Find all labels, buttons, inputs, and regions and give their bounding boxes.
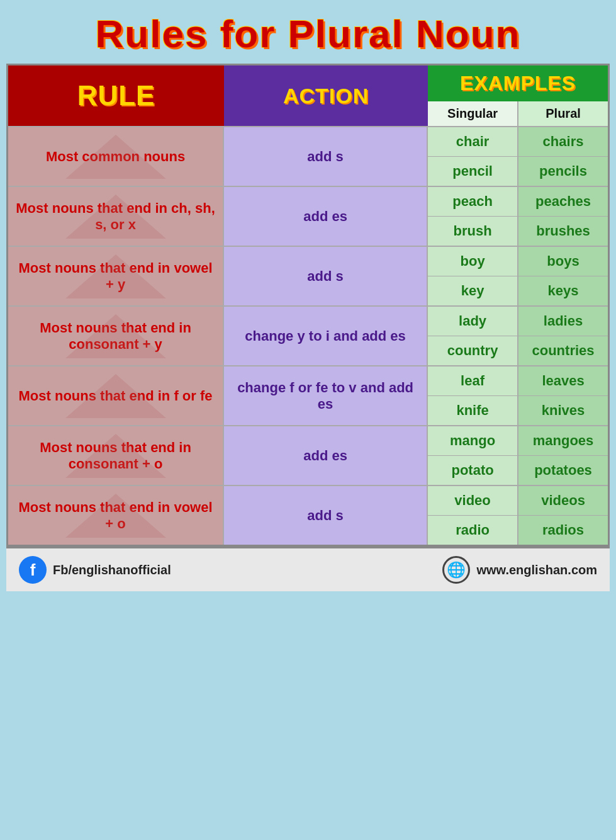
data-row-6: Most nouns that end in vowel + oadd svid…	[8, 485, 608, 545]
plural-0-0: chairs	[518, 127, 608, 156]
page-title: Rules for Plural Noun	[96, 12, 521, 55]
example-pair-0-1: pencilpencils	[428, 156, 608, 186]
rule-text-0: Most common nouns	[46, 149, 185, 165]
rule-text-4: Most nouns that end in f or fe	[19, 388, 213, 404]
data-row-4: Most nouns that end in f or fechange f o…	[8, 365, 608, 425]
action-cell-0: add s	[224, 127, 428, 186]
action-cell-4: change f or fe to v and add es	[224, 366, 428, 425]
data-row-0: Most common nounsadd schairchairspencilp…	[8, 126, 608, 186]
examples-cell-2: boyboyskeykeys	[428, 247, 608, 305]
singular-0-0: chair	[428, 127, 518, 156]
singular-5-0: mango	[428, 426, 518, 455]
rule-cell-1: Most nouns that end in ch, sh, s, or x	[8, 187, 224, 246]
facebook-icon: f	[19, 556, 47, 584]
rule-cell-2: Most nouns that end in vowel + y	[8, 247, 224, 305]
examples-label: EXAMPLES	[460, 72, 576, 94]
example-pair-2-0: boyboys	[428, 247, 608, 276]
example-pair-4-0: leafleaves	[428, 366, 608, 395]
singular-sub-header: Singular	[428, 101, 518, 126]
singular-2-1: key	[428, 276, 518, 305]
rule-text-2: Most nouns that end in vowel + y	[14, 260, 216, 293]
action-text-2: add s	[307, 268, 343, 285]
plural-5-0: mangoes	[518, 426, 608, 455]
data-row-5: Most nouns that end in consonant + oadd …	[8, 425, 608, 485]
singular-3-1: country	[428, 336, 518, 365]
footer-right: 🌐 www.englishan.com	[442, 556, 597, 584]
examples-cell-6: videovideosradioradios	[428, 486, 608, 545]
data-row-3: Most nouns that end in consonant + ychan…	[8, 305, 608, 365]
action-cell-2: add s	[224, 247, 428, 305]
action-cell-1: add es	[224, 187, 428, 246]
plural-2-0: boys	[518, 247, 608, 276]
singular-6-0: video	[428, 486, 518, 515]
plural-4-0: leaves	[518, 366, 608, 395]
example-pair-5-1: potatopotatoes	[428, 455, 608, 485]
action-text-5: add es	[303, 448, 347, 464]
action-text-3: change y to i and add es	[245, 328, 406, 344]
examples-header-cell: EXAMPLES Singular Plural	[428, 65, 608, 126]
rule-text-1: Most nouns that end in ch, sh, s, or x	[14, 200, 216, 233]
rule-cell-0: Most common nouns	[8, 127, 224, 186]
title-bar: Rules for Plural Noun	[0, 0, 616, 64]
examples-cell-5: mangomangoespotatopotatoes	[428, 426, 608, 485]
rule-cell-5: Most nouns that end in consonant + o	[8, 426, 224, 485]
rule-text-3: Most nouns that end in consonant + y	[14, 320, 216, 353]
singular-0-1: pencil	[428, 157, 518, 186]
rule-cell-6: Most nouns that end in vowel + o	[8, 486, 224, 545]
rule-cell-3: Most nouns that end in consonant + y	[8, 307, 224, 365]
rule-header-cell: RULE	[8, 65, 224, 126]
examples-top-label: EXAMPLES	[428, 65, 608, 101]
singular-label: Singular	[447, 106, 498, 121]
example-pair-1-0: peachpeaches	[428, 187, 608, 216]
plural-4-1: knives	[518, 396, 608, 425]
action-header-cell: ACTION	[224, 65, 428, 126]
example-pair-5-0: mangomangoes	[428, 426, 608, 455]
data-row-1: Most nouns that end in ch, sh, s, or xad…	[8, 186, 608, 246]
rule-text-6: Most nouns that end in vowel + o	[14, 499, 216, 532]
footer-left: f Fb/englishanofficial	[19, 556, 171, 584]
singular-4-1: knife	[428, 396, 518, 425]
action-text-6: add s	[307, 508, 343, 524]
action-text-1: add es	[303, 208, 347, 225]
plural-sub-header: Plural	[518, 101, 608, 126]
data-row-2: Most nouns that end in vowel + yadd sboy…	[8, 246, 608, 305]
example-pair-4-1: knifeknives	[428, 395, 608, 425]
example-pair-3-0: ladyladies	[428, 307, 608, 336]
facebook-label: Fb/englishanofficial	[53, 563, 171, 577]
action-cell-3: change y to i and add es	[224, 307, 428, 365]
rule-cell-4: Most nouns that end in f or fe	[8, 366, 224, 425]
singular-2-0: boy	[428, 247, 518, 276]
examples-cell-0: chairchairspencilpencils	[428, 127, 608, 186]
plural-label: Plural	[546, 106, 581, 121]
plural-6-1: radios	[518, 516, 608, 545]
plural-1-1: brushes	[518, 217, 608, 246]
globe-icon: 🌐	[442, 556, 470, 584]
plural-3-0: ladies	[518, 307, 608, 336]
plural-5-1: potatoes	[518, 456, 608, 485]
action-text-0: add s	[307, 149, 343, 165]
plural-2-1: keys	[518, 276, 608, 305]
singular-3-0: lady	[428, 307, 518, 336]
example-pair-1-1: brushbrushes	[428, 216, 608, 246]
examples-cell-4: leafleavesknifeknives	[428, 366, 608, 425]
rule-header-label: RULE	[77, 80, 155, 111]
singular-1-0: peach	[428, 187, 518, 216]
plural-6-0: videos	[518, 486, 608, 515]
action-header-label: ACTION	[283, 84, 369, 108]
rule-text-5: Most nouns that end in consonant + o	[14, 440, 216, 472]
action-cell-6: add s	[224, 486, 428, 545]
example-pair-3-1: countrycountries	[428, 336, 608, 365]
footer: f Fb/englishanofficial 🌐 www.englishan.c…	[6, 547, 610, 591]
action-cell-5: add es	[224, 426, 428, 485]
examples-cell-3: ladyladiescountrycountries	[428, 307, 608, 365]
example-pair-6-1: radioradios	[428, 515, 608, 545]
singular-5-1: potato	[428, 456, 518, 485]
examples-sub-header: Singular Plural	[428, 101, 608, 126]
example-pair-0-0: chairchairs	[428, 127, 608, 156]
website-label: www.englishan.com	[476, 563, 597, 577]
plural-3-1: countries	[518, 336, 608, 365]
example-pair-6-0: videovideos	[428, 486, 608, 515]
plural-0-1: pencils	[518, 157, 608, 186]
header-row: RULE ACTION EXAMPLES Singular Plural	[8, 65, 608, 126]
examples-cell-1: peachpeachesbrushbrushes	[428, 187, 608, 246]
